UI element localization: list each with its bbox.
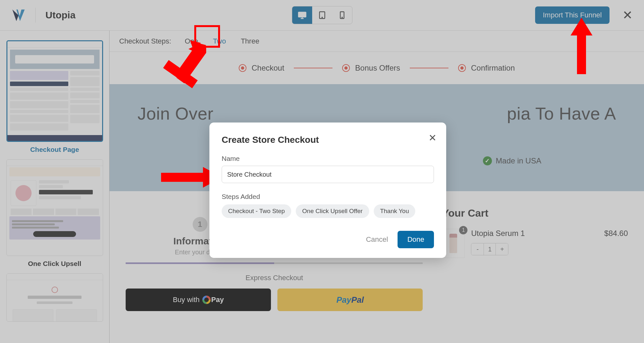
cancel-button[interactable]: Cancel [366, 235, 388, 244]
store-name-input[interactable] [222, 166, 434, 183]
create-store-checkout-modal: Create Store Checkout ✕ Name Steps Added… [209, 122, 446, 258]
done-button[interactable]: Done [398, 231, 434, 248]
steps-chips: Checkout - Two Step One Click Upsell Off… [222, 204, 434, 218]
step-chip[interactable]: Checkout - Two Step [222, 204, 291, 218]
modal-actions: Cancel Done [222, 231, 434, 248]
modal-title: Create Store Checkout [222, 135, 434, 145]
step-chip[interactable]: One Click Upsell Offer [296, 204, 369, 218]
modal-steps-label: Steps Added [222, 193, 434, 201]
modal-close-icon[interactable]: ✕ [428, 132, 437, 143]
step-chip[interactable]: Thank You [374, 204, 416, 218]
modal-name-label: Name [222, 155, 434, 162]
